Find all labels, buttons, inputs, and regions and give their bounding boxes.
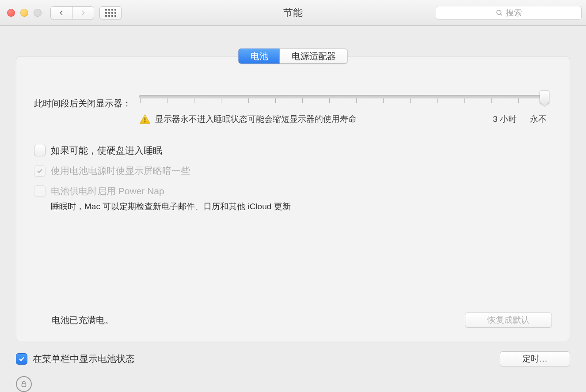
titlebar: 节能 搜索 (0, 0, 586, 26)
checkbox-icon (16, 353, 27, 365)
minimize-button[interactable] (20, 9, 28, 17)
nav-buttons (50, 6, 94, 19)
schedule-button[interactable]: 定时… (500, 351, 570, 366)
checkbox-dim-display: 使用电池电源时使显示屏略暗一些 (34, 165, 552, 177)
search-placeholder: 搜索 (506, 8, 522, 18)
window-title: 节能 (283, 6, 303, 19)
checkbox-label: 电池供电时启用 Power Nap (51, 185, 164, 197)
svg-point-3 (145, 121, 146, 123)
slider-tick-3h: 3 小时 (493, 113, 517, 125)
svg-rect-4 (22, 384, 26, 387)
search-icon (495, 9, 503, 17)
tab-segment: 电池 电源适配器 (239, 49, 348, 64)
content: 电池 电源适配器 此时间段后关闭显示器： (0, 26, 586, 392)
checkbox-label: 如果可能，使硬盘进入睡眠 (51, 144, 162, 157)
checkbox-label: 在菜单栏中显示电池状态 (33, 353, 135, 365)
forward-button (72, 6, 94, 19)
tab-battery[interactable]: 电池 (239, 49, 280, 64)
svg-point-0 (497, 10, 501, 15)
search-input[interactable]: 搜索 (436, 6, 582, 20)
lock-button[interactable] (16, 376, 32, 392)
slider-handle[interactable] (540, 90, 549, 104)
checkbox-list: 如果可能，使硬盘进入睡眠 使用电池电源时使显示屏略暗一些 电池供电时启用 Pow… (34, 144, 552, 212)
close-button[interactable] (7, 9, 15, 17)
slider-tick-never: 永不 (530, 113, 547, 125)
warning-text: 显示器永不进入睡眠状态可能会缩短显示器的使用寿命 (155, 113, 357, 125)
svg-rect-2 (145, 117, 145, 121)
card-footer: 电池已充满电。 恢复成默认 (34, 313, 552, 328)
battery-pane: 此时间段后关闭显示器： (16, 57, 570, 341)
checkbox-power-nap: 电池供电时启用 Power Nap (34, 185, 552, 197)
maximize-button (34, 9, 42, 17)
svg-line-1 (500, 14, 502, 15)
tab-power-adapter[interactable]: 电源适配器 (280, 49, 348, 64)
display-sleep-label: 此时间段后关闭显示器： (34, 95, 131, 109)
window-controls (7, 9, 42, 17)
battery-status: 电池已充满电。 (52, 314, 114, 326)
checkbox-icon (34, 165, 46, 177)
show-all-button[interactable] (99, 6, 122, 19)
grid-icon (105, 9, 116, 17)
back-button[interactable] (50, 6, 72, 19)
warning-icon (139, 113, 151, 125)
checkbox-show-battery-menubar[interactable]: 在菜单栏中显示电池状态 (16, 353, 135, 365)
checkbox-label: 使用电池电源时使显示屏略暗一些 (51, 165, 190, 177)
checkbox-hdd-sleep[interactable]: 如果可能，使硬盘进入睡眠 (34, 144, 552, 157)
restore-defaults-button: 恢复成默认 (465, 313, 552, 328)
display-sleep-slider[interactable]: 显示器永不进入睡眠状态可能会缩短显示器的使用寿命 3 小时 永不 (139, 95, 552, 125)
lock-icon (20, 380, 28, 388)
checkbox-icon (34, 145, 46, 156)
display-sleep-warning: 显示器永不进入睡眠状态可能会缩短显示器的使用寿命 3 小时 永不 (139, 113, 547, 125)
footer: 在菜单栏中显示电池状态 定时… (16, 351, 570, 366)
power-nap-description: 睡眠时，Mac 可以定期检查新电子邮件、日历和其他 iCloud 更新 (51, 201, 552, 212)
checkbox-icon (34, 185, 46, 197)
display-sleep-slider-row: 此时间段后关闭显示器： (34, 95, 552, 125)
